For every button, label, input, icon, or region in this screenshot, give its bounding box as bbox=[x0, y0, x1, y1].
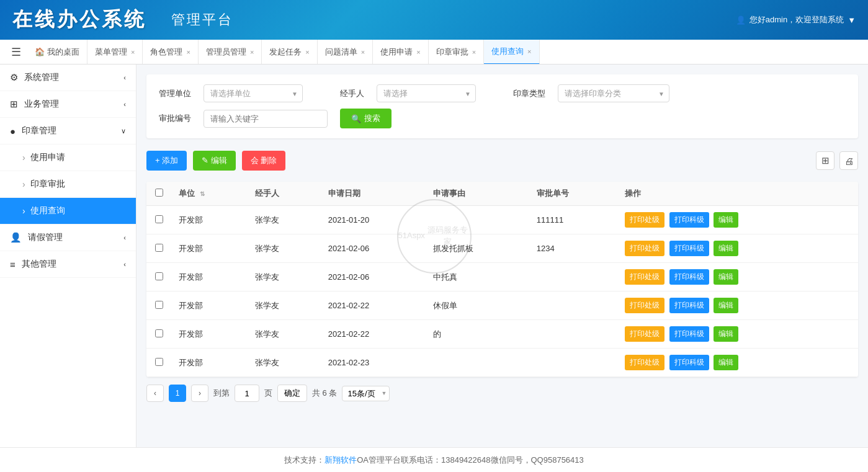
sidebar-item-system-mgmt[interactable]: ⚙ 系统管理 ‹ bbox=[0, 65, 136, 91]
handler-select[interactable]: 请选择 bbox=[377, 84, 476, 102]
chevron-left-icon: ‹ bbox=[123, 100, 126, 108]
action-bar: + 添加 ✎ 编辑 会 删除 ⊞ 🖨 bbox=[146, 146, 858, 176]
print-process-button[interactable]: 打印处级 bbox=[625, 269, 664, 285]
tab-close-icon[interactable]: × bbox=[527, 48, 531, 55]
row-edit-button[interactable]: 编辑 bbox=[714, 355, 738, 370]
tab-close-icon[interactable]: × bbox=[250, 48, 254, 56]
print-section-button[interactable]: 打印科级 bbox=[669, 241, 709, 256]
cell-approval-no: 111111 bbox=[529, 206, 617, 234]
sidebar-item-use-apply[interactable]: › 使用申请 bbox=[0, 145, 136, 171]
print-section-button[interactable]: 打印科级 bbox=[669, 355, 709, 370]
print-process-button[interactable]: 打印处级 bbox=[625, 241, 664, 256]
seal-type-select[interactable]: 请选择印章分类 bbox=[558, 84, 669, 102]
print-section-button[interactable]: 打印科级 bbox=[669, 269, 709, 285]
cell-actions: 打印处级 打印科级 编辑 bbox=[617, 263, 858, 292]
print-process-button[interactable]: 打印处级 bbox=[625, 298, 664, 313]
col-checkbox bbox=[146, 182, 171, 206]
row-edit-button[interactable]: 编辑 bbox=[714, 269, 738, 285]
cell-unit: 开发部 bbox=[171, 234, 248, 263]
tab-close-icon[interactable]: × bbox=[361, 48, 365, 56]
sort-icon[interactable]: ⇅ bbox=[200, 190, 205, 197]
tab-seal-approve[interactable]: 印章审批 × bbox=[429, 40, 484, 65]
row-checkbox[interactable] bbox=[155, 329, 163, 337]
app-subtitle: 管理平台 bbox=[171, 11, 233, 29]
add-button[interactable]: + 添加 bbox=[146, 151, 187, 171]
print-process-button[interactable]: 打印处级 bbox=[625, 355, 664, 370]
col-actions: 操作 bbox=[617, 182, 858, 206]
cell-reason bbox=[426, 206, 529, 234]
submenu-dot: › bbox=[22, 206, 25, 216]
edit-button[interactable]: ✎ 编辑 bbox=[193, 151, 236, 171]
print-section-button[interactable]: 打印科级 bbox=[669, 212, 709, 228]
tab-menu-mgmt[interactable]: 菜单管理 × bbox=[87, 40, 143, 65]
footer-link[interactable]: 新翔软件 bbox=[324, 455, 357, 466]
sidebar-item-business-mgmt[interactable]: ⊞ 业务管理 ‹ bbox=[0, 91, 136, 118]
print-section-button[interactable]: 打印科级 bbox=[669, 326, 709, 342]
user-icon: 👤 bbox=[736, 16, 746, 25]
approval-no-label: 审批编号 bbox=[159, 113, 191, 124]
tab-launch-task[interactable]: 发起任务 × bbox=[262, 40, 317, 65]
row-checkbox[interactable] bbox=[155, 215, 163, 223]
print-button[interactable]: 🖨 bbox=[839, 151, 858, 170]
sidebar-item-seal-mgmt[interactable]: ● 印章管理 ∨ bbox=[0, 118, 136, 145]
gear-icon: ⚙ bbox=[10, 72, 18, 83]
table-row: 开发部 张学友 2021-01-20 111111 打印处级 打印科级 编辑 bbox=[146, 206, 858, 234]
sidebar-item-leave-mgmt[interactable]: 👤 请假管理 ‹ bbox=[0, 225, 136, 251]
footer: 技术支持： 新翔软件 OA管理平台联系电话：13849422648微信同号，QQ… bbox=[0, 447, 868, 472]
page-1-button[interactable]: 1 bbox=[169, 385, 186, 402]
tab-close-icon[interactable]: × bbox=[416, 48, 420, 56]
unit-select[interactable]: 请选择单位 bbox=[204, 84, 303, 102]
cell-unit: 开发部 bbox=[171, 320, 248, 349]
tab-use-query[interactable]: 使用查询 × bbox=[484, 40, 539, 65]
row-edit-button[interactable]: 编辑 bbox=[714, 326, 738, 342]
tab-close-icon[interactable]: × bbox=[472, 48, 476, 56]
tab-issue-list[interactable]: 问题清单 × bbox=[318, 40, 373, 65]
col-approval-no: 审批单号 bbox=[529, 182, 617, 206]
select-all-checkbox[interactable] bbox=[155, 189, 163, 197]
cell-reason: 休假单 bbox=[426, 292, 529, 320]
cell-approval-no bbox=[529, 320, 617, 349]
grid-icon: ⊞ bbox=[10, 99, 18, 110]
sidebar-item-other-mgmt[interactable]: ≡ 其他管理 ‹ bbox=[0, 251, 136, 278]
tab-my-desktop[interactable]: 🏠 我的桌面 bbox=[27, 40, 87, 65]
user-greeting: 👤 您好admin，欢迎登陆系统 ▼ bbox=[736, 14, 856, 25]
cell-unit: 开发部 bbox=[171, 206, 248, 234]
sidebar-item-use-query[interactable]: › 使用查询 bbox=[0, 198, 136, 225]
row-edit-button[interactable]: 编辑 bbox=[714, 241, 738, 256]
menu-toggle-icon[interactable]: ☰ bbox=[5, 45, 27, 59]
page-next-button[interactable]: › bbox=[191, 385, 208, 402]
cell-unit: 开发部 bbox=[171, 263, 248, 292]
page-size-select[interactable]: 15条/页 30条/页 50条/页 bbox=[342, 386, 390, 401]
seal-type-select-wrapper: 请选择印章分类 bbox=[558, 84, 669, 102]
row-checkbox[interactable] bbox=[155, 244, 163, 252]
tab-close-icon[interactable]: × bbox=[131, 48, 135, 56]
pagination: ‹ 1 › 到第 页 确定 共 6 条 15条/页 30条/页 50条/页 bbox=[146, 377, 858, 404]
col-handler: 经手人 bbox=[248, 182, 321, 206]
total-items-label: 共 6 条 bbox=[312, 388, 337, 399]
page-goto-input[interactable] bbox=[235, 385, 259, 402]
tab-close-icon[interactable]: × bbox=[186, 48, 190, 56]
search-button[interactable]: 🔍 搜索 bbox=[340, 109, 391, 128]
print-section-button[interactable]: 打印科级 bbox=[669, 298, 709, 313]
row-checkbox[interactable] bbox=[155, 272, 163, 280]
tab-role-mgmt[interactable]: 角色管理 × bbox=[143, 40, 198, 65]
tab-close-icon[interactable]: × bbox=[305, 48, 309, 56]
row-checkbox[interactable] bbox=[155, 358, 163, 366]
grid-view-button[interactable]: ⊞ bbox=[816, 151, 834, 170]
row-edit-button[interactable]: 编辑 bbox=[714, 298, 738, 313]
tab-admin-mgmt[interactable]: 管理员管理 × bbox=[199, 40, 262, 65]
approval-no-input[interactable] bbox=[204, 110, 328, 128]
row-checkbox[interactable] bbox=[155, 301, 163, 309]
tab-use-apply[interactable]: 使用申请 × bbox=[373, 40, 428, 65]
cell-handler: 张学友 bbox=[248, 320, 321, 349]
print-process-button[interactable]: 打印处级 bbox=[625, 212, 664, 228]
sidebar-item-seal-approve[interactable]: › 印章审批 bbox=[0, 171, 136, 198]
row-edit-button[interactable]: 编辑 bbox=[714, 212, 738, 228]
delete-button[interactable]: 会 删除 bbox=[242, 151, 286, 171]
col-unit: 单位 ⇅ bbox=[171, 182, 248, 206]
print-process-button[interactable]: 打印处级 bbox=[625, 326, 664, 342]
dropdown-icon[interactable]: ▼ bbox=[848, 16, 856, 25]
page-prev-button[interactable]: ‹ bbox=[146, 385, 164, 402]
cell-apply-date: 2021-02-22 bbox=[321, 320, 426, 349]
page-confirm-button[interactable]: 确定 bbox=[277, 385, 307, 402]
